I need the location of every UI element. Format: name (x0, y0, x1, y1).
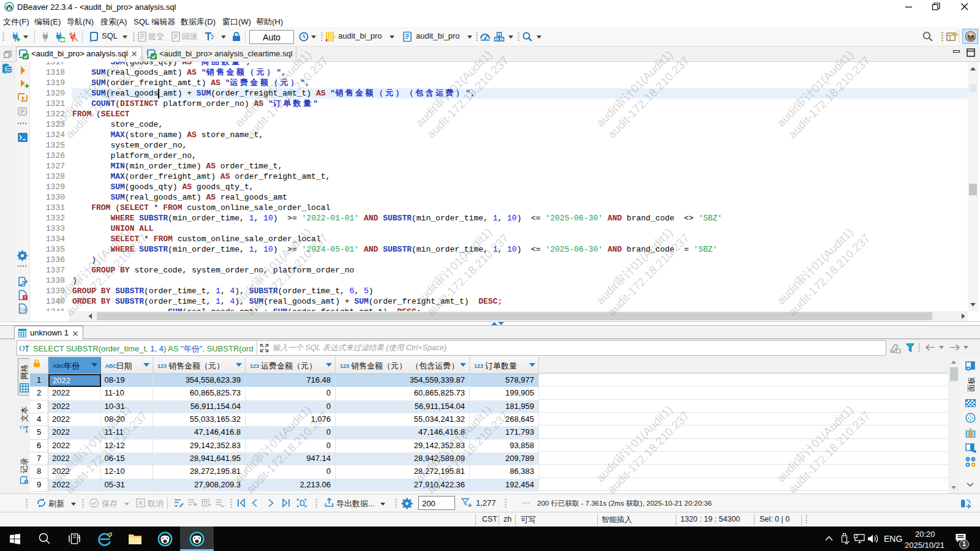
svg-text:(x): (x) (20, 307, 28, 313)
